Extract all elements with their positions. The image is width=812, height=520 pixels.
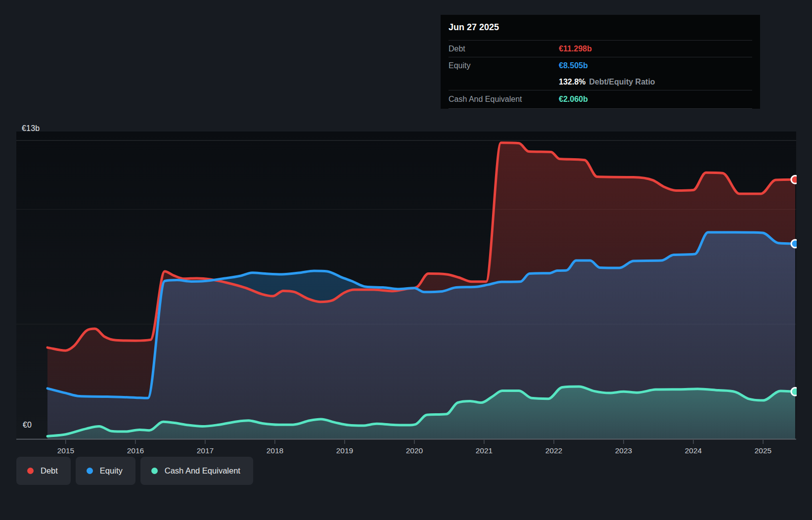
x-tick-label-2025: 2025 bbox=[743, 446, 783, 455]
y-axis-zero-label: €0 bbox=[23, 421, 32, 430]
legend-equity-label: Equity bbox=[100, 466, 123, 476]
x-tick-label-2016: 2016 bbox=[116, 446, 155, 455]
tooltip-row-ratio: 132.8% Debt/Equity Ratio bbox=[449, 74, 752, 90]
tooltip-equity-value: €8.505b bbox=[559, 61, 588, 70]
tooltip-row-cash: Cash And Equivalent €2.060b bbox=[449, 90, 752, 109]
legend-item-cash[interactable]: Cash And Equivalent bbox=[140, 457, 253, 485]
legend: Debt Equity Cash And Equivalent bbox=[16, 457, 253, 485]
x-tick-label-2023: 2023 bbox=[604, 446, 643, 455]
legend-item-debt[interactable]: Debt bbox=[16, 457, 71, 485]
tooltip-equity-label: Equity bbox=[449, 61, 559, 70]
legend-debt-label: Debt bbox=[41, 466, 58, 476]
legend-cash-dot-icon bbox=[151, 468, 158, 474]
x-tick-label-2022: 2022 bbox=[534, 446, 574, 455]
y-axis-max-label: €13b bbox=[22, 124, 40, 133]
legend-debt-dot-icon bbox=[27, 468, 34, 474]
legend-cash-label: Cash And Equivalent bbox=[165, 466, 240, 476]
x-tick-label-2021: 2021 bbox=[464, 446, 504, 455]
legend-item-equity[interactable]: Equity bbox=[76, 457, 135, 485]
x-tick-label-2020: 2020 bbox=[395, 446, 434, 455]
legend-equity-dot-icon bbox=[87, 468, 93, 474]
x-tick-label-2017: 2017 bbox=[185, 446, 225, 455]
x-tick-label-2015: 2015 bbox=[46, 446, 86, 455]
x-tick-label-2019: 2019 bbox=[325, 446, 364, 455]
balance-sheet-chart-page: €13b €0 20152016201720182019202020212022… bbox=[0, 0, 812, 520]
tooltip-ratio-value: 132.8% bbox=[559, 78, 586, 87]
tooltip-row-equity: Equity €8.505b bbox=[449, 57, 752, 74]
tooltip-debt-value: €11.298b bbox=[559, 44, 592, 53]
x-tick-label-2024: 2024 bbox=[674, 446, 713, 455]
x-tick-label-2018: 2018 bbox=[255, 446, 295, 455]
tooltip-debt-label: Debt bbox=[449, 44, 559, 53]
tooltip: Jun 27 2025 Debt €11.298b Equity €8.505b… bbox=[441, 15, 760, 109]
tooltip-cash-label: Cash And Equivalent bbox=[449, 95, 559, 104]
tooltip-date: Jun 27 2025 bbox=[449, 15, 752, 40]
x-axis-ticks bbox=[66, 440, 763, 444]
tooltip-ratio-label: Debt/Equity Ratio bbox=[589, 78, 655, 87]
tooltip-row-debt: Debt €11.298b bbox=[449, 40, 752, 57]
plot-right-mask bbox=[797, 119, 812, 450]
tooltip-cash-value: €2.060b bbox=[559, 95, 588, 104]
